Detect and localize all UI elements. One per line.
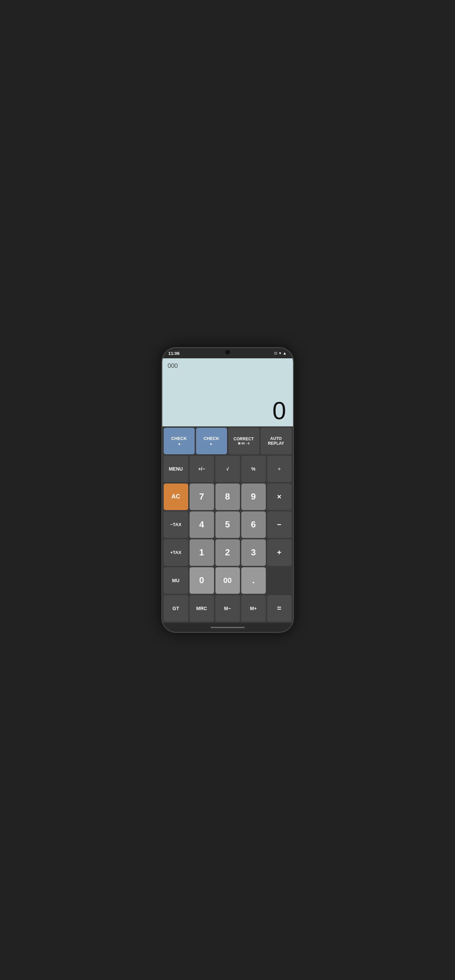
home-indicator <box>211 627 245 628</box>
correct-button[interactable]: CORRECT ⊠ 00→0 <box>228 428 259 454</box>
five-button[interactable]: 5 <box>215 511 240 538</box>
four-button[interactable]: 4 <box>189 511 214 538</box>
phone-shell: 11:06 ⊙ ▾ ▲ 000 0 CHECK ◄ CHECK ► CORREC… <box>161 347 294 633</box>
seven-button[interactable]: 7 <box>189 484 214 510</box>
divide-label: ÷ <box>278 466 281 472</box>
check-right-arrow: ► <box>210 442 213 446</box>
status-time: 11:06 <box>169 351 180 356</box>
multiply-label: × <box>277 492 282 501</box>
plus-minus-button[interactable]: +/− <box>189 456 214 482</box>
seven-label: 7 <box>199 492 204 502</box>
dot-button[interactable]: . <box>241 567 266 594</box>
check-right-button[interactable]: CHECK ► <box>196 428 227 454</box>
six-button[interactable]: 6 <box>241 511 266 538</box>
mrc-button[interactable]: MRC <box>189 595 214 622</box>
percent-button[interactable]: % <box>241 456 266 482</box>
check-left-arrow: ◄ <box>177 442 181 446</box>
equals-button[interactable]: = <box>267 595 292 622</box>
menu-button[interactable]: MENU <box>164 456 188 482</box>
correct-label: CORRECT <box>234 437 253 441</box>
key-row-7: GT MRC M− M+ = <box>164 595 292 622</box>
four-label: 4 <box>199 519 204 530</box>
minus-tax-button[interactable]: −TAX <box>164 511 188 538</box>
key-row-3: AC 7 8 9 × <box>164 484 292 510</box>
eight-button[interactable]: 8 <box>215 484 240 510</box>
key-row-2: MENU +/− √ % ÷ <box>164 456 292 482</box>
gt-label: GT <box>173 606 179 611</box>
display-main: 0 <box>168 369 288 423</box>
display-area: 000 0 <box>162 358 293 426</box>
menu-label: MENU <box>169 466 183 472</box>
two-label: 2 <box>225 547 230 558</box>
five-label: 5 <box>225 519 230 530</box>
zero-button[interactable]: 0 <box>189 567 214 594</box>
dot-label: . <box>252 575 255 585</box>
status-icons: ⊙ ▾ ▲ <box>274 351 287 356</box>
auto-replay-button[interactable]: AUTOREPLAY <box>261 428 292 454</box>
one-label: 1 <box>199 547 204 558</box>
plus-label: + <box>277 548 282 557</box>
plus-tax-label: +TAX <box>170 550 181 555</box>
key-row-4: −TAX 4 5 6 − <box>164 511 292 538</box>
ac-label: AC <box>172 493 180 501</box>
mu-label: MU <box>172 578 180 584</box>
key-row-6: MU 0 00 . = <box>164 567 292 594</box>
check-left-button[interactable]: CHECK ◄ <box>164 428 195 454</box>
three-button[interactable]: 3 <box>241 539 266 566</box>
display-number: 0 <box>272 398 286 423</box>
correct-sub: ⊠ 00→0 <box>238 442 250 445</box>
signal-icon: ▲ <box>283 351 287 356</box>
double-zero-button[interactable]: 00 <box>215 567 240 594</box>
zero-label: 0 <box>199 575 204 585</box>
mrc-label: MRC <box>196 606 207 611</box>
plus-button[interactable]: + <box>267 539 292 566</box>
nine-label: 9 <box>251 492 256 502</box>
sqrt-label: √ <box>226 466 229 472</box>
check-left-label: CHECK <box>171 436 187 441</box>
one-button[interactable]: 1 <box>189 539 214 566</box>
two-button[interactable]: 2 <box>215 539 240 566</box>
minus-button[interactable]: − <box>267 511 292 538</box>
m-plus-label: M+ <box>250 606 257 611</box>
status-bar: 11:06 ⊙ ▾ ▲ <box>162 348 293 358</box>
mu-button[interactable]: MU <box>164 567 188 594</box>
minus-tax-label: −TAX <box>170 522 181 527</box>
m-minus-button[interactable]: M− <box>215 595 240 622</box>
double-zero-label: 00 <box>223 576 231 585</box>
three-label: 3 <box>251 547 256 558</box>
bottom-bar <box>162 623 293 632</box>
keypad-area: CHECK ◄ CHECK ► CORRECT ⊠ 00→0 AUTOREPLA… <box>162 426 293 623</box>
check-right-label: CHECK <box>204 436 219 441</box>
key-row-1: CHECK ◄ CHECK ► CORRECT ⊠ 00→0 AUTOREPLA… <box>164 428 292 454</box>
camera-notch <box>225 350 230 355</box>
eight-label: 8 <box>225 492 230 502</box>
m-plus-button[interactable]: M+ <box>241 595 266 622</box>
ac-button[interactable]: AC <box>164 484 188 510</box>
plus-minus-label: +/− <box>198 466 205 472</box>
display-tape: 000 <box>168 363 288 369</box>
auto-replay-label: AUTOREPLAY <box>268 436 284 446</box>
divide-button[interactable]: ÷ <box>267 456 292 482</box>
location-icon: ⊙ <box>274 351 277 356</box>
multiply-button[interactable]: × <box>267 484 292 510</box>
nine-button[interactable]: 9 <box>241 484 266 510</box>
key-row-5: +TAX 1 2 3 + <box>164 539 292 566</box>
six-label: 6 <box>251 519 256 530</box>
equals-label: = <box>277 604 282 613</box>
sqrt-button[interactable]: √ <box>215 456 240 482</box>
minus-label: − <box>277 520 282 529</box>
gt-button[interactable]: GT <box>164 595 188 622</box>
wifi-icon: ▾ <box>279 351 281 356</box>
percent-label: % <box>251 466 255 472</box>
m-minus-label: M− <box>224 606 231 611</box>
plus-tax-button[interactable]: +TAX <box>164 539 188 566</box>
